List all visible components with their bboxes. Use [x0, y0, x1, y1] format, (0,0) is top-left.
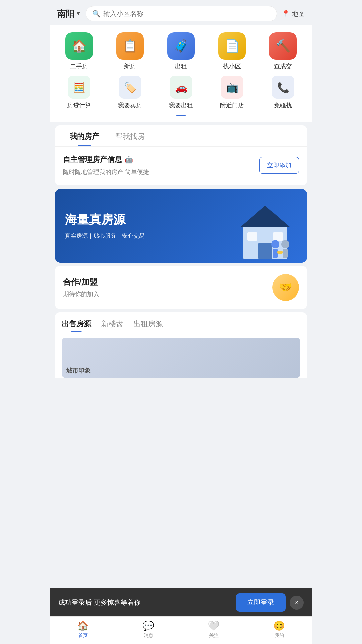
- nearbystore-icon: 📺: [221, 76, 243, 99]
- tab-find-house[interactable]: 帮我找房: [107, 125, 153, 146]
- quick-icons-row1: 🏠 二手房 📋 新房 🧳 出租 📄 找小区 🔨 查成交: [54, 32, 308, 70]
- newhouse-label: 新房: [124, 62, 136, 70]
- bot-icon: 🤖: [125, 156, 133, 164]
- partner-subtitle: 期待你的加入: [63, 290, 99, 298]
- sellhouse-icon: 🏷️: [119, 76, 141, 99]
- svg-marker-1: [240, 206, 290, 227]
- listing-preview-text: 城市印象: [66, 367, 90, 375]
- banner-title: 海量真房源: [65, 212, 145, 228]
- quick-icons-row2: 🧮 房贷计算 🏷️ 我要卖房 🚗 我要出租 📺 附近门店 📞 免骚扰: [54, 76, 308, 109]
- loan-label: 房贷计算: [67, 101, 91, 109]
- banner-text: 海量真房源 真实房源｜贴心服务｜安心交易: [65, 212, 145, 240]
- svg-rect-2: [258, 243, 272, 259]
- newhouse-icon: 📋: [116, 32, 144, 60]
- rent-label: 出租: [175, 62, 187, 70]
- svg-rect-6: [273, 249, 278, 258]
- search-bar[interactable]: 🔍: [86, 6, 277, 21]
- quick-item-newhouse[interactable]: 📋 新房: [110, 32, 150, 70]
- tab-for-sale[interactable]: 出售房源: [62, 319, 91, 332]
- svg-rect-4: [273, 232, 283, 241]
- community-label: 找小区: [223, 62, 241, 70]
- quick-item-rent[interactable]: 🧳 出租: [161, 32, 201, 70]
- map-button[interactable]: 📍 地图: [282, 9, 305, 18]
- nodisturb-label: 免骚扰: [274, 101, 292, 109]
- partner-icon: 🤝: [272, 274, 299, 301]
- search-input[interactable]: [103, 10, 270, 18]
- city-selector[interactable]: 南阳 ▼: [57, 8, 81, 20]
- sellhouse-label: 我要卖房: [118, 101, 142, 109]
- property-listing-section: 出售房源 新楼盘 出租房源 城市印象: [55, 312, 307, 378]
- property-tabs: 出售房源 新楼盘 出租房源: [62, 319, 300, 332]
- quick-item-transaction[interactable]: 🔨 查成交: [263, 32, 303, 70]
- quick-item-nearbystore[interactable]: 📺 附近门店: [212, 76, 252, 109]
- tab-my-property[interactable]: 我的房产: [62, 125, 107, 146]
- partner-card[interactable]: 合作/加盟 期待你的加入 🤝: [55, 266, 307, 309]
- rent-icon: 🧳: [167, 32, 195, 60]
- page-indicator: [54, 115, 308, 116]
- quick-item-sellhouse[interactable]: 🏷️ 我要卖房: [110, 76, 150, 109]
- city-arrow-icon: ▼: [76, 11, 81, 17]
- quick-item-rentout[interactable]: 🚗 我要出租: [161, 76, 201, 109]
- promo-banner[interactable]: 海量真房源 真实房源｜贴心服务｜安心交易: [55, 189, 307, 263]
- add-property-button[interactable]: 立即添加: [259, 157, 299, 174]
- quick-item-secondhand[interactable]: 🏠 二手房: [59, 32, 99, 70]
- svg-rect-3: [247, 232, 257, 241]
- tab-for-rent[interactable]: 出租房源: [133, 319, 163, 332]
- rentout-label: 我要出租: [169, 101, 193, 109]
- property-card-desc: 随时随地管理我的房产 简单便捷: [63, 168, 259, 176]
- my-property-card: 我的房产 帮我找房 自主管理房产信息 🤖 随时随地管理我的房产 简单便捷 立即添…: [55, 125, 307, 185]
- nodisturb-icon: 📞: [272, 76, 294, 99]
- quick-item-nodisturb[interactable]: 📞 免骚扰: [263, 76, 303, 109]
- secondhand-label: 二手房: [70, 62, 88, 70]
- property-card-tabs: 我的房产 帮我找房: [55, 125, 307, 147]
- transaction-icon: 🔨: [269, 32, 297, 60]
- rentout-icon: 🚗: [170, 76, 192, 99]
- active-dot: [176, 115, 186, 116]
- map-pin-icon: 📍: [282, 10, 290, 18]
- search-icon: 🔍: [92, 10, 101, 18]
- loan-icon: 🧮: [68, 76, 90, 99]
- svg-point-5: [271, 240, 279, 248]
- quick-item-community[interactable]: 📄 找小区: [212, 32, 252, 70]
- partner-info: 合作/加盟 期待你的加入: [63, 277, 99, 298]
- transaction-label: 查成交: [274, 62, 292, 70]
- nearbystore-label: 附近门店: [220, 101, 244, 109]
- city-name: 南阳: [57, 8, 74, 20]
- property-card-info: 自主管理房产信息 🤖 随时随地管理我的房产 简单便捷: [63, 155, 259, 176]
- banner-subtitle: 真实房源｜贴心服务｜安心交易: [65, 232, 145, 240]
- header: 南阳 ▼ 🔍 📍 地图: [50, 0, 312, 25]
- community-icon: 📄: [218, 32, 246, 60]
- property-card-content: 自主管理房产信息 🤖 随时随地管理我的房产 简单便捷 立即添加: [55, 147, 307, 185]
- property-card-title: 自主管理房产信息 🤖: [63, 155, 259, 165]
- tab-new-buildings[interactable]: 新楼盘: [101, 319, 123, 332]
- quick-item-loan[interactable]: 🧮 房贷计算: [59, 76, 99, 109]
- listing-preview[interactable]: 城市印象: [62, 338, 300, 378]
- partner-title: 合作/加盟: [63, 277, 99, 287]
- svg-point-7: [281, 240, 289, 248]
- svg-rect-9: [277, 251, 283, 254]
- quick-icons-section: 🏠 二手房 📋 新房 🧳 出租 📄 找小区 🔨 查成交 �: [50, 25, 312, 122]
- banner-illustration: [223, 196, 304, 263]
- map-label: 地图: [292, 9, 305, 18]
- svg-rect-8: [283, 249, 288, 258]
- secondhand-icon: 🏠: [65, 32, 93, 60]
